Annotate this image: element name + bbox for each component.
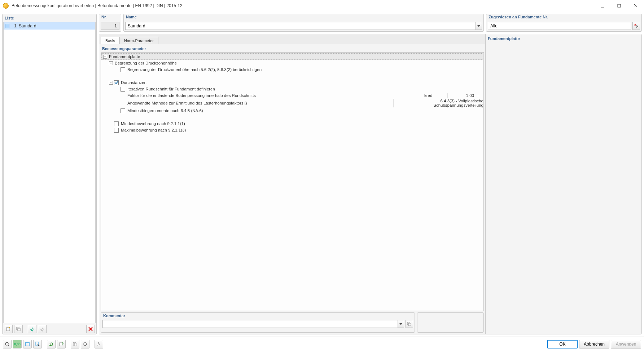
- tree-item-faktor[interactable]: Faktor für die entlastende Bodenpressung…: [101, 92, 483, 99]
- check-all-button[interactable]: [28, 325, 36, 333]
- reset-button[interactable]: [81, 340, 89, 348]
- tree-item-iter[interactable]: Iterativen Rundschnitt für Fundament def…: [101, 86, 483, 92]
- tree-item-mindestbew[interactable]: Mindestbewehrung nach 9.2.1.1(1): [101, 120, 483, 127]
- window-title: Betonbemessungskonfiguration bearbeiten …: [12, 3, 594, 8]
- svg-point-15: [5, 342, 8, 345]
- list-header: Liste: [3, 14, 96, 22]
- bottom-bar: 0,00 fx OK Abbrechen Anwenden: [0, 337, 644, 351]
- svg-rect-1: [618, 4, 621, 7]
- nr-input[interactable]: [101, 22, 119, 30]
- close-button[interactable]: [627, 0, 644, 12]
- tree-item-label: Begrenzung der Druckzonenhöhe nach 5.6.2…: [127, 67, 483, 72]
- tab-norm-parameter[interactable]: Norm-Parameter: [119, 37, 158, 44]
- list-item[interactable]: 1 Standard: [4, 22, 95, 30]
- section-title: Bemessungsparameter: [101, 46, 484, 52]
- name-input[interactable]: [125, 22, 476, 30]
- comment-aux-panel: [417, 312, 484, 333]
- tree-item-mindestbiege[interactable]: Mindestbiegemomente nach 6.4.5 (NA.6): [101, 107, 483, 114]
- svg-rect-17: [26, 342, 29, 346]
- tabs-left: Basis Norm-Parameter Bemessungsparameter…: [99, 34, 486, 334]
- comment-input[interactable]: [102, 320, 398, 328]
- checkbox-maxbew[interactable]: [114, 128, 119, 133]
- apply-button[interactable]: Anwenden: [611, 340, 641, 348]
- tree-value[interactable]: 1.00: [447, 93, 476, 98]
- function-button[interactable]: fx: [95, 340, 103, 348]
- comment-combo[interactable]: [102, 320, 404, 328]
- duplicate-item-button[interactable]: [14, 325, 23, 333]
- units-label: 0,00: [14, 342, 21, 346]
- cancel-button[interactable]: Abbrechen: [579, 340, 609, 348]
- tree-item-label: Maximalbewehrung nach 9.2.1.1(3): [120, 128, 483, 133]
- tab-basis[interactable]: Basis: [101, 37, 120, 44]
- svg-rect-19: [60, 343, 62, 346]
- search-button[interactable]: [3, 340, 12, 348]
- minimize-button[interactable]: [594, 0, 611, 12]
- collapse-icon[interactable]: −: [109, 81, 113, 85]
- svg-line-16: [8, 345, 9, 346]
- name-dropdown[interactable]: [476, 22, 482, 30]
- delete-item-button[interactable]: [86, 325, 95, 333]
- refresh-button[interactable]: [47, 340, 56, 348]
- tree-item-methode[interactable]: Angewandte Methode zur Ermittlung des La…: [101, 99, 483, 107]
- info-title: Fundamentplatte: [488, 36, 639, 41]
- tree-item-label: Mindestbewehrung nach 9.2.1.1(1): [120, 121, 483, 126]
- tree-group-label: Begrenzung der Druckzonenhöhe: [114, 61, 483, 66]
- tree-group-label: Durchstanzen: [120, 80, 483, 85]
- tree-item-druck-check[interactable]: Begrenzung der Druckzonenhöhe nach 5.6.2…: [101, 66, 483, 73]
- nr-cell: Nr.: [99, 14, 121, 32]
- new-item-button[interactable]: [4, 325, 13, 333]
- collapse-icon[interactable]: −: [109, 61, 113, 65]
- checkbox-durchstanzen[interactable]: [114, 80, 119, 85]
- tree-value-text[interactable]: 6.4.3(3) - Vollplastische Schubspannungs…: [393, 99, 483, 107]
- copy-config-button[interactable]: [71, 340, 79, 348]
- tree-item-label: Iterativen Rundschnitt für Fundament def…: [127, 86, 483, 92]
- window-controls: [594, 0, 644, 12]
- right-content: Nr. Name Zugewiesen an Fundamente Nr.: [99, 14, 642, 334]
- titlebar: Betonbemessungskonfiguration bearbeiten …: [0, 0, 644, 12]
- maximize-button[interactable]: [611, 0, 627, 12]
- name-cell: Name: [123, 14, 484, 32]
- uncheck-all-button[interactable]: [38, 325, 47, 333]
- units-button[interactable]: 0,00: [13, 340, 22, 348]
- tree-item-maxbew[interactable]: Maximalbewehrung nach 9.2.1.1(3): [101, 127, 483, 133]
- checkbox-mindestbiege[interactable]: [121, 108, 125, 113]
- pick-objects-button[interactable]: [632, 22, 640, 30]
- list-body[interactable]: 1 Standard: [3, 22, 96, 323]
- comment-row: Kommentar: [101, 312, 484, 333]
- tree-item-label: Angewandte Methode zur Ermittlung des La…: [127, 101, 369, 106]
- tab-body: Bemessungsparameter − Fundamentplatte − …: [99, 44, 485, 334]
- export-button[interactable]: [57, 340, 66, 348]
- checkbox-mindestbew[interactable]: [114, 121, 119, 126]
- highlight-button[interactable]: [23, 340, 32, 348]
- tree-symbol: kred: [423, 93, 447, 98]
- checkbox-druck[interactable]: [121, 67, 125, 72]
- tree-item-label: Mindestbiegemomente nach 6.4.5 (NA.6): [127, 108, 483, 113]
- comment-dropdown[interactable]: [398, 320, 404, 328]
- svg-rect-8: [18, 328, 20, 331]
- main-area: Liste 1 Standard: [0, 12, 644, 337]
- tree-root[interactable]: − Fundamentplatte: [101, 53, 483, 60]
- tree-group-druck[interactable]: − Begrenzung der Druckzonenhöhe: [101, 60, 483, 66]
- ok-button[interactable]: OK: [547, 340, 578, 348]
- assigned-cell: Zugewiesen an Fundamente Nr.: [486, 14, 642, 32]
- assigned-input[interactable]: [488, 22, 631, 30]
- tree-group-durch[interactable]: − Durchstanzen: [101, 79, 483, 86]
- collapse-icon[interactable]: −: [103, 55, 107, 59]
- info-panel: Fundamentplatte: [486, 34, 641, 334]
- param-tree[interactable]: − Fundamentplatte − Begrenzung der Druck…: [101, 52, 484, 311]
- svg-rect-14: [408, 323, 411, 326]
- select-button[interactable]: [33, 340, 42, 348]
- nr-label: Nr.: [99, 14, 121, 21]
- comment-panel: Kommentar: [101, 312, 415, 333]
- list-color-swatch: [5, 24, 9, 28]
- list-item-name: Standard: [19, 23, 36, 28]
- comment-library-button[interactable]: [406, 320, 413, 328]
- checkbox-iter[interactable]: [121, 87, 125, 92]
- list-item-number: 1: [12, 23, 17, 28]
- chevron-down-icon: [477, 25, 480, 27]
- tree-item-label: Faktor für die entlastende Bodenpressung…: [127, 93, 423, 98]
- assigned-label: Zugewiesen an Fundamente Nr.: [486, 14, 641, 21]
- tree-root-label: Fundamentplatte: [108, 54, 483, 59]
- tab-strip: Basis Norm-Parameter: [99, 34, 485, 44]
- name-combo[interactable]: [125, 22, 482, 30]
